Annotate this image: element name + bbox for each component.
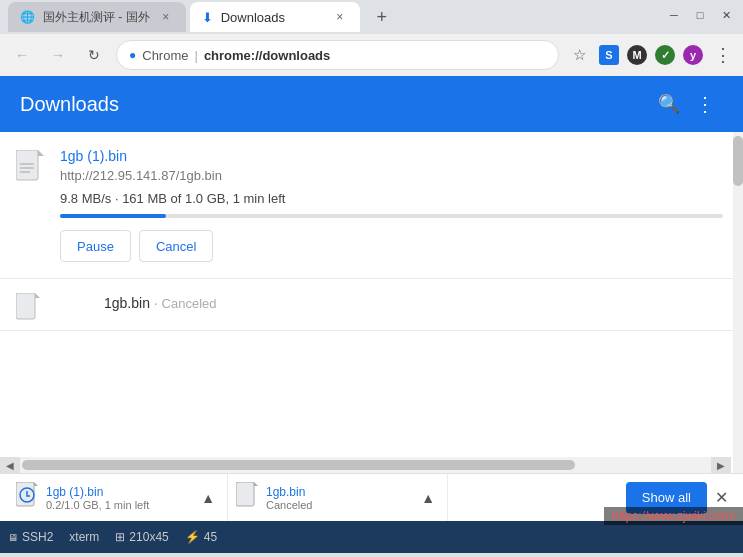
svg-marker-8 [34, 482, 38, 486]
download-bar-close-button[interactable]: ✕ [707, 484, 735, 512]
tab-inactive-1[interactable]: 🌐 国外主机测评 - 国外 × [8, 2, 186, 32]
new-tab-button[interactable]: + [368, 3, 396, 31]
taskbar-ssh: 🖥 SSH2 [8, 530, 53, 544]
star-button[interactable]: ☆ [567, 43, 591, 67]
tab-active-downloads[interactable]: ⬇ Downloads × [190, 2, 360, 32]
dimensions-label: 210x45 [129, 530, 168, 544]
extension-m-icon[interactable]: M [627, 45, 647, 65]
tab1-label: 国外主机测评 - 国外 [43, 9, 150, 26]
tab1-favicon: 🌐 [20, 10, 35, 24]
port-icon: ⚡ [185, 530, 200, 544]
canceled-filename: 1gb.bin · Canceled [104, 295, 723, 311]
scrollbar-thumb[interactable] [733, 136, 743, 186]
dimensions-icon: ⊞ [115, 530, 125, 544]
download-bar-filename-1: 1gb (1).bin [46, 485, 189, 499]
tab1-close[interactable]: × [158, 9, 174, 25]
download-bar-chevron-1[interactable]: ▲ [197, 486, 219, 510]
ssh-label: SSH2 [22, 530, 53, 544]
download-bar-sub-2: Canceled [266, 499, 409, 511]
svg-rect-5 [16, 293, 35, 319]
svg-rect-0 [16, 150, 38, 180]
browser-menu-button[interactable]: ⋮ [711, 43, 735, 67]
forward-button[interactable]: → [44, 41, 72, 69]
extension-y-icon[interactable]: y [683, 45, 703, 65]
svg-rect-10 [236, 482, 254, 506]
back-button[interactable]: ← [8, 41, 36, 69]
download-bar-item-2: 1gb.bin Canceled ▲ [228, 474, 448, 521]
tab2-favicon: ⬇ [202, 10, 213, 25]
svg-marker-6 [35, 293, 40, 298]
progress-bar-fill [60, 214, 166, 218]
progress-bar-track [60, 214, 723, 218]
back-icon: ← [15, 47, 29, 63]
search-button[interactable]: 🔍 [651, 86, 687, 122]
canceled-filename-text: 1gb.bin [104, 295, 150, 311]
download-bar-item-1: 1gb (1).bin 0.2/1.0 GB, 1 min left ▲ [8, 474, 228, 521]
address-bar: ← → ↻ ● Chrome | chrome://downloads ☆ S … [0, 34, 743, 76]
page-title: Downloads [20, 93, 651, 116]
address-separator: | [195, 48, 198, 63]
taskbar-port: ⚡ 45 [185, 530, 217, 544]
title-bar: 🌐 国外主机测评 - 国外 × ⬇ Downloads × + ─ □ ✕ [0, 0, 743, 34]
taskbar: 🖥 SSH2 xterm ⊞ 210x45 ⚡ 45 https://www.z… [0, 521, 743, 553]
close-icon: ✕ [715, 488, 728, 507]
tab2-close[interactable]: × [332, 9, 348, 25]
canceled-status-text: Canceled [162, 296, 217, 311]
address-protocol: Chrome [142, 48, 188, 63]
extension-s-icon[interactable]: S [599, 45, 619, 65]
tab2-label: Downloads [221, 10, 324, 25]
window-controls: ─ □ ✕ [665, 6, 735, 24]
address-url: chrome://downloads [204, 48, 330, 63]
taskbar-xterm: xterm [69, 530, 99, 544]
refresh-button[interactable]: ↻ [80, 41, 108, 69]
download-bar: 1gb (1).bin 0.2/1.0 GB, 1 min left ▲ 1gb… [0, 473, 743, 521]
pause-button[interactable]: Pause [60, 230, 131, 262]
more-menu-button[interactable]: ⋮ [687, 86, 723, 122]
minimize-button[interactable]: ─ [665, 6, 683, 24]
show-all-button[interactable]: Show all [626, 482, 707, 514]
download-status: 9.8 MB/s · 161 MB of 1.0 GB, 1 min left [60, 191, 723, 206]
xterm-label: xterm [69, 530, 99, 544]
menu-icon: ⋮ [714, 44, 732, 66]
svg-marker-1 [38, 150, 44, 156]
download-actions: Pause Cancel [60, 230, 723, 262]
lock-icon: ● [129, 48, 136, 62]
canceled-file-icon [16, 293, 40, 325]
download-bar-chevron-2[interactable]: ▲ [417, 486, 439, 510]
download-bar-text-2: 1gb.bin Canceled [266, 485, 409, 511]
refresh-icon: ↻ [88, 47, 100, 63]
h-scrollbar-thumb[interactable] [22, 460, 575, 470]
cancel-button[interactable]: Cancel [139, 230, 213, 262]
new-tab-icon: + [376, 7, 387, 28]
download-item-active: 1gb (1).bin http://212.95.141.87/1gb.bin… [0, 132, 743, 279]
download-bar-sub-1: 0.2/1.0 GB, 1 min left [46, 499, 189, 511]
download-filename[interactable]: 1gb (1).bin [60, 148, 723, 164]
ssh-icon: 🖥 [8, 532, 18, 543]
port-label: 45 [204, 530, 217, 544]
scroll-left-button[interactable]: ◀ [0, 457, 20, 473]
downloads-header: Downloads 🔍 ⋮ [0, 76, 743, 132]
download-bar-icon-2 [236, 482, 258, 514]
close-window-button[interactable]: ✕ [717, 6, 735, 24]
forward-icon: → [51, 47, 65, 63]
more-menu-icon: ⋮ [695, 92, 715, 116]
scroll-right-button[interactable]: ▶ [711, 457, 731, 473]
search-icon: 🔍 [658, 93, 680, 115]
taskbar-dimensions: ⊞ 210x45 [115, 530, 168, 544]
download-item-canceled: 1gb.bin · Canceled [0, 279, 743, 331]
download-bar-icon-1 [16, 482, 38, 514]
download-bar-filename-2: 1gb.bin [266, 485, 409, 499]
svg-marker-11 [254, 482, 258, 486]
address-input[interactable]: ● Chrome | chrome://downloads [116, 40, 559, 70]
download-url: http://212.95.141.87/1gb.bin [60, 168, 723, 183]
star-icon: ☆ [573, 46, 586, 64]
downloads-list: 1gb (1).bin http://212.95.141.87/1gb.bin… [0, 132, 743, 473]
extension-v-icon[interactable]: ✓ [655, 45, 675, 65]
maximize-button[interactable]: □ [691, 6, 709, 24]
page-content-wrapper: Downloads 🔍 ⋮ [0, 76, 743, 473]
canceled-separator: · [154, 295, 162, 311]
download-bar-text-1: 1gb (1).bin 0.2/1.0 GB, 1 min left [46, 485, 189, 511]
scrollbar-track[interactable] [733, 132, 743, 473]
file-icon [16, 150, 44, 189]
browser-window: 🌐 国外主机测评 - 国外 × ⬇ Downloads × + ─ □ ✕ ← … [0, 0, 743, 557]
